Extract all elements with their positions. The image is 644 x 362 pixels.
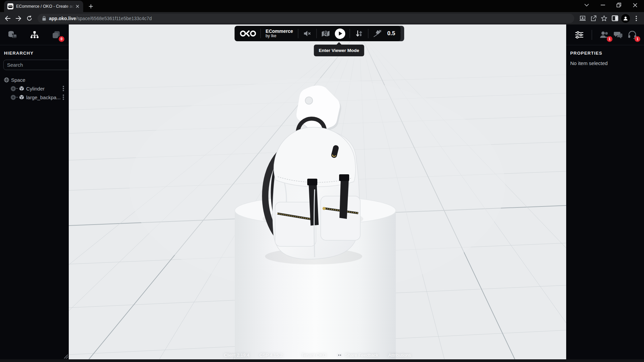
csp-version: CSP 4.15.2 [260,353,283,358]
space-name: ECommerce [266,28,293,34]
panel-resize-handle[interactable] [64,355,68,359]
scene-render [69,24,566,359]
item-menu-icon[interactable] [63,95,64,100]
settings-tab[interactable] [574,29,585,41]
window-chevron-icon[interactable] [582,1,591,9]
toolbar-divider [350,29,350,38]
support-tab[interactable]: 1 [627,29,638,41]
oko-logo-icon [240,30,256,37]
sliders-icon [575,31,584,39]
right-panel-tabs: 1 1 [566,24,644,45]
map-pin-icon [322,30,330,37]
search-input[interactable] [7,62,74,68]
kite-disabled-icon [373,29,382,38]
bookmark-star-icon[interactable] [599,13,609,23]
people-tab[interactable]: 1 [599,29,610,41]
url-path: /space/6568e5361f11e5be133c4c7d [76,16,152,21]
toolbar-divider [260,29,261,38]
expand-toggle-icon[interactable] [11,95,16,100]
speaker-muted-icon [304,30,312,37]
back-icon[interactable] [3,13,13,23]
browser-toolbar: app.oko.live/space/6568e5361f11e5be133c4… [0,12,644,24]
cube-icon [19,86,24,91]
tree-item-space[interactable]: Space [4,75,67,84]
properties-title: PROPERTIES [566,45,644,56]
tree-item-label: Space [11,77,67,83]
hierarchy-tree: Space Cylinder larg [0,72,69,102]
browser-tab[interactable]: OKO ECommerce / OKO - Create acro [4,1,83,12]
url-domain: app.oko.live [49,16,76,21]
sort-toggle-button[interactable] [355,29,364,38]
discord-icon [336,353,343,358]
left-panel-tabs: 0 [0,24,69,45]
window-restore-icon[interactable] [614,1,623,9]
window-minimize-icon[interactable] [598,1,607,9]
properties-empty-state: No item selected [566,56,644,71]
3d-viewport[interactable]: ECommerce by Ike [69,24,566,359]
people-badge: 1 [607,36,612,42]
speed-value: 0.5 [387,30,395,37]
speed-mode-button[interactable] [373,29,382,38]
new-tab-button[interactable] [86,1,96,11]
address-bar[interactable]: app.oko.live/space/6568e5361f11e5be133c4… [38,14,574,23]
status-bar: Client 2.19.4 CSP 4.15.2 Tenant OKO Shar… [69,353,566,358]
forward-icon[interactable] [13,13,23,23]
window-controls [582,0,641,10]
toolbar-divider [368,29,369,38]
toolbar-divider [317,29,317,38]
layers-tab[interactable]: 0 [51,29,62,41]
globe-icon [4,77,9,82]
space-owner: by Ike [266,34,293,39]
side-panel-icon[interactable] [610,13,620,23]
space-toolbar: ECommerce by Ike [234,26,400,41]
layers-badge: 0 [59,36,64,42]
hierarchy-panel: 0 HIERARCHY ... Space [0,24,69,359]
play-icon [339,32,342,36]
lock-icon [42,16,46,21]
tooltip-text: Enter Viewer Mode [319,48,359,53]
enter-viewer-mode-button[interactable] [335,28,345,39]
properties-panel: 1 1 PROPERTIES No item selected [566,24,644,359]
mute-audio-button[interactable] [303,29,312,38]
tree-connector [16,88,18,89]
tab-title-fade [65,1,74,12]
toolbar-divider [298,29,299,38]
tenant-label: Tenant OKO [301,353,326,358]
tree-item-backpack[interactable]: large_backpa... [4,93,67,102]
share-icon[interactable] [588,13,598,23]
expand-toggle-icon[interactable] [11,86,16,91]
tabs-divider [592,30,592,40]
install-app-icon[interactable] [578,13,588,23]
profile-avatar[interactable] [621,14,630,23]
tree-item-label: large_backpa... [26,95,61,100]
tab-close-icon[interactable] [74,3,80,9]
attributions-link[interactable]: Attributions [388,353,411,358]
browser-menu-icon[interactable] [631,13,641,23]
viewer-mode-tooltip: Enter Viewer Mode [314,45,364,56]
hierarchy-title: HIERARCHY [0,45,69,56]
item-menu-icon[interactable] [63,86,64,91]
cube-icon [19,95,24,100]
hierarchy-tab[interactable] [29,29,40,41]
oko-favicon-icon: OKO [7,3,13,9]
chat-tab[interactable] [612,29,624,41]
tree-item-label: Cylinder [26,86,61,92]
assets-tab[interactable] [7,29,18,41]
space-info: ECommerce by Ike [265,28,294,39]
share-feedback-link[interactable]: Share Feedback [336,353,378,358]
map-button[interactable] [321,29,331,38]
reload-icon[interactable] [24,13,34,23]
browser-window: OKO ECommerce / OKO - Create acro [0,0,644,362]
tree-connector [16,97,18,98]
chat-bubbles-icon [613,31,623,39]
hierarchy-tree-icon [30,31,39,39]
tree-item-cylinder[interactable]: Cylinder [4,84,67,93]
share-feedback-label: Share Feedback [345,353,378,358]
assets-icon [8,31,17,39]
support-badge: 1 [635,36,640,42]
window-bottom-edge [0,359,644,362]
client-version: Client 2.19.4 [224,353,250,358]
window-close-icon[interactable] [631,1,639,9]
swap-vertical-icon [356,30,363,37]
tab-strip: OKO ECommerce / OKO - Create acro [0,0,644,12]
